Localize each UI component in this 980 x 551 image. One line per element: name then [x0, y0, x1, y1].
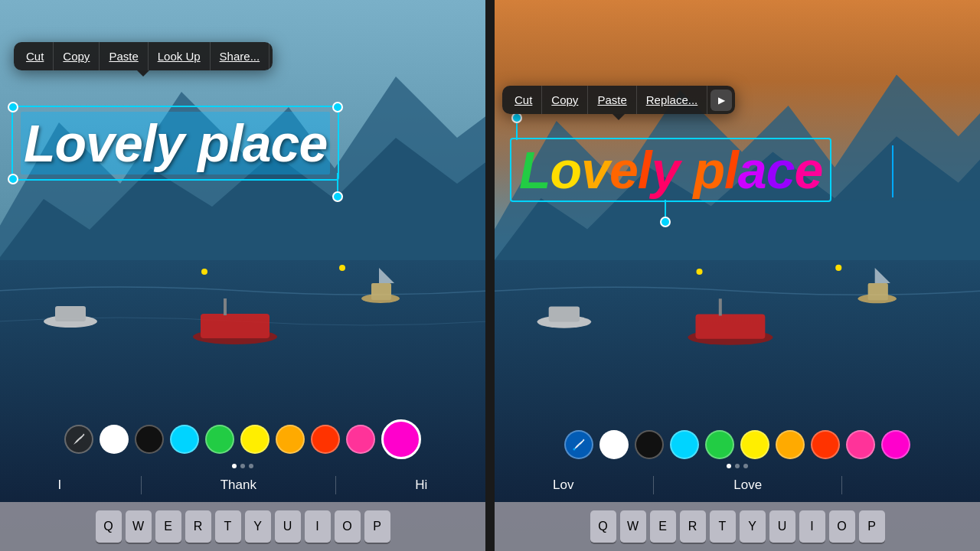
quicktype-thank[interactable]: Thank [214, 474, 263, 496]
color-red-left[interactable] [311, 425, 340, 454]
handle-br-group [333, 173, 343, 202]
dot-1-right [727, 464, 731, 468]
color-black-right[interactable] [635, 430, 664, 459]
paste-button-left[interactable]: Paste [100, 42, 148, 70]
svg-rect-17 [719, 298, 722, 315]
text-lovely-place-left[interactable]: Lovely place [21, 112, 330, 174]
palette-dots-left [232, 464, 253, 468]
svg-rect-16 [695, 314, 765, 338]
replace-button-right[interactable]: Replace... [637, 86, 708, 114]
handle-tl[interactable] [8, 102, 18, 112]
char-l: l [638, 141, 652, 199]
key-i-right[interactable]: I [799, 510, 825, 543]
eyedropper-button-left[interactable] [64, 425, 93, 454]
svg-rect-14 [549, 306, 580, 321]
handle-top[interactable] [511, 112, 522, 123]
key-y-left[interactable]: Y [245, 510, 271, 543]
context-menu-left: Cut Copy Paste Look Up Share... [14, 42, 273, 70]
lookup-button-left[interactable]: Look Up [149, 42, 211, 70]
key-r-right[interactable]: R [680, 510, 706, 543]
copy-button-left[interactable]: Copy [54, 42, 100, 70]
divider-right-2 [841, 476, 842, 494]
key-e-right[interactable]: E [650, 510, 676, 543]
copy-button-right[interactable]: Copy [542, 86, 588, 114]
quicktype-hi[interactable]: Hi [409, 474, 433, 496]
svg-rect-6 [224, 298, 227, 315]
color-white-left[interactable] [100, 425, 129, 454]
quicktype-i[interactable]: I [52, 474, 68, 496]
color-cyan-left[interactable] [170, 425, 199, 454]
color-pink-right[interactable] [846, 430, 875, 459]
color-magenta-right[interactable] [881, 430, 910, 459]
char-l2: l [724, 141, 738, 199]
paste-button-right[interactable]: Paste [588, 86, 636, 114]
panel-divider [485, 0, 495, 551]
color-red-right[interactable] [811, 430, 840, 459]
key-o-left[interactable]: O [335, 510, 361, 543]
dot-2-left [240, 464, 245, 468]
handle-br[interactable] [332, 191, 343, 202]
more-button-right[interactable]: ▶ [710, 90, 732, 111]
key-o-right[interactable]: O [829, 510, 855, 543]
color-yellow-right[interactable] [740, 430, 769, 459]
key-u-left[interactable]: U [275, 510, 301, 543]
quicktype-empty [916, 482, 928, 488]
color-selected-left[interactable] [381, 419, 421, 459]
svg-point-22 [573, 448, 576, 451]
char-o: o [550, 141, 582, 199]
key-t-left[interactable]: T [215, 510, 241, 543]
color-black-left[interactable] [135, 425, 164, 454]
char-e: e [609, 141, 638, 199]
key-u-right[interactable]: U [769, 510, 795, 543]
svg-rect-8 [371, 283, 391, 300]
handle-bottom[interactable] [660, 217, 671, 227]
quicktype-love[interactable]: Love [727, 474, 768, 496]
text-overlay-right[interactable]: Lovely place [510, 138, 831, 202]
handle-bl[interactable] [8, 174, 18, 184]
text-selection-box-right: Lovely place [510, 138, 831, 202]
eyedropper-button-right[interactable] [564, 430, 593, 459]
color-cyan-right[interactable] [670, 430, 699, 459]
keyboard-right: Q W E R T Y U I O P [495, 502, 980, 551]
key-q-right[interactable]: Q [590, 510, 616, 543]
color-orange-right[interactable] [776, 430, 805, 459]
quicktype-bar-right: Lov Love [495, 468, 980, 502]
menu-arrow-left [137, 70, 149, 77]
color-pink-left[interactable] [346, 425, 375, 454]
color-palette-left [0, 419, 485, 459]
share-button-left[interactable]: Share... [211, 42, 270, 70]
svg-rect-19 [868, 283, 888, 300]
char-a: a [738, 141, 766, 199]
key-r-left[interactable]: R [185, 510, 211, 543]
handle-tr[interactable] [332, 102, 343, 112]
key-i-left[interactable]: I [305, 510, 331, 543]
svg-rect-3 [55, 306, 86, 321]
svg-rect-5 [201, 314, 270, 338]
key-p-left[interactable]: P [364, 510, 390, 543]
panel-right: Cut Copy Paste Replace... ▶ Lovely place [495, 0, 980, 551]
quicktype-lov[interactable]: Lov [547, 474, 580, 496]
key-y-right[interactable]: Y [740, 510, 766, 543]
key-e-left[interactable]: E [155, 510, 181, 543]
cut-button-right[interactable]: Cut [505, 86, 542, 114]
divider-right-1 [653, 476, 654, 494]
color-green-right[interactable] [705, 430, 734, 459]
key-w-right[interactable]: W [620, 510, 646, 543]
color-yellow-left[interactable] [240, 425, 270, 454]
text-lovely-place-right[interactable]: Lovely place [519, 144, 822, 196]
color-white-right[interactable] [599, 430, 629, 459]
char-c: c [766, 141, 795, 199]
key-t-right[interactable]: T [710, 510, 736, 543]
dot-1-left [232, 464, 237, 468]
cut-button-left[interactable]: Cut [17, 42, 54, 70]
key-q-left[interactable]: Q [96, 510, 122, 543]
handle-bottom-group [660, 200, 671, 227]
color-orange-left[interactable] [276, 425, 305, 454]
text-cursor-right [892, 145, 893, 197]
key-w-left[interactable]: W [126, 510, 152, 543]
color-green-left[interactable] [205, 425, 234, 454]
dot-3-right [743, 464, 748, 468]
key-p-right[interactable]: P [859, 510, 885, 543]
text-overlay-left[interactable]: Lovely place [11, 106, 474, 181]
dot-3-left [249, 464, 253, 468]
